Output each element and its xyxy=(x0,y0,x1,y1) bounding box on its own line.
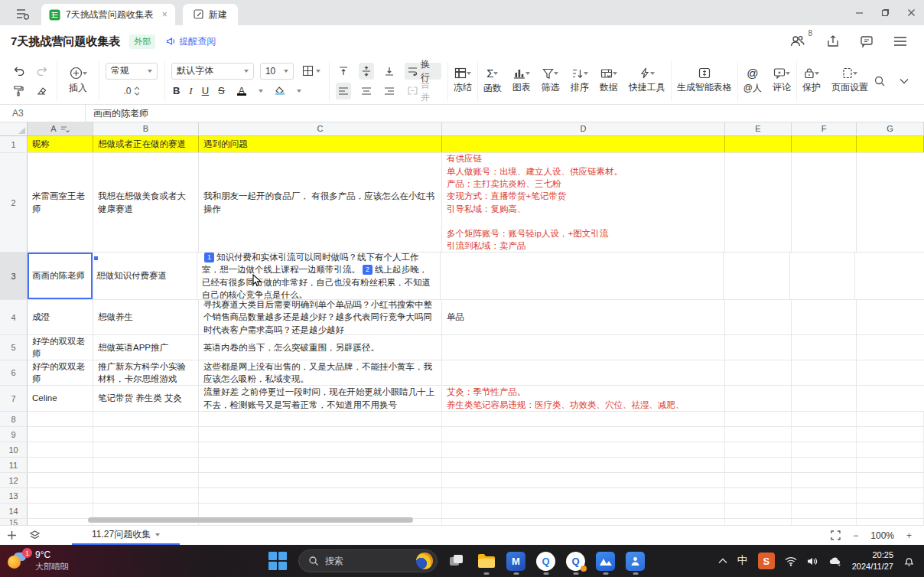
cell[interactable] xyxy=(199,504,442,518)
share-icon[interactable] xyxy=(826,34,840,48)
cell[interactable] xyxy=(93,458,199,472)
cell[interactable] xyxy=(857,386,924,411)
column-header-A[interactable]: A xyxy=(28,122,93,135)
halign-left-button[interactable] xyxy=(336,83,351,99)
cell[interactable] xyxy=(93,504,199,518)
font-color-button[interactable]: A xyxy=(234,83,249,99)
cell-B3[interactable]: 想做知识付费赛道 xyxy=(92,253,197,299)
cell-G1[interactable] xyxy=(857,136,924,152)
column-header-C[interactable]: C xyxy=(199,122,442,135)
cell-F1[interactable] xyxy=(792,136,857,152)
cell[interactable] xyxy=(93,412,199,426)
cell[interactable] xyxy=(855,253,924,299)
cell-D2[interactable]: 有供应链 单人做账号：出境、建立人设、供应链素材。 产品：主打卖抗炎粉、三七粉 … xyxy=(442,153,725,252)
strikethrough-button[interactable]: S xyxy=(218,85,225,96)
cell[interactable] xyxy=(442,412,725,426)
fill-color-button[interactable] xyxy=(272,83,288,99)
selection-handle[interactable] xyxy=(93,256,99,261)
wrap-text-button[interactable]: 换行 xyxy=(405,63,441,80)
taskbar-app-qq[interactable]: Q xyxy=(566,552,585,571)
notification-bell-icon[interactable] xyxy=(903,556,915,567)
close-window-button[interactable] xyxy=(898,0,924,25)
zoom-in-button[interactable]: + xyxy=(906,530,912,541)
row-header[interactable]: 8 xyxy=(0,412,28,426)
add-sheet-button[interactable] xyxy=(0,530,23,540)
zoom-out-button[interactable]: − xyxy=(853,530,858,541)
cell[interactable] xyxy=(792,519,857,525)
search-icon[interactable] xyxy=(874,75,886,87)
bold-button[interactable]: B xyxy=(173,85,180,96)
protect-button[interactable]: 保护 xyxy=(796,61,826,101)
cell[interactable] xyxy=(792,427,857,442)
column-header-B[interactable]: B xyxy=(93,122,199,135)
decimal-stepper[interactable] xyxy=(134,86,140,96)
comment-panel-icon[interactable] xyxy=(860,34,874,48)
cell-E1[interactable] xyxy=(725,136,792,152)
row-header[interactable]: 9 xyxy=(0,427,28,442)
cell[interactable] xyxy=(790,253,855,299)
cell[interactable] xyxy=(93,442,199,457)
cell[interactable] xyxy=(442,488,725,503)
horizontal-scrollbar[interactable] xyxy=(88,517,413,523)
eraser-icon[interactable] xyxy=(33,83,49,99)
cell[interactable] xyxy=(725,300,792,334)
row-header[interactable]: 6 xyxy=(0,360,28,385)
cell[interactable] xyxy=(442,519,725,525)
cell[interactable] xyxy=(199,488,442,503)
cell[interactable] xyxy=(725,412,792,426)
row-header[interactable]: 1 xyxy=(0,136,28,152)
functions-button[interactable]: Σ 函数 xyxy=(477,61,507,101)
valign-middle-button[interactable] xyxy=(359,63,374,80)
cell[interactable] xyxy=(199,473,442,487)
cell[interactable] xyxy=(857,153,924,252)
freeze-button[interactable]: 冻结 xyxy=(448,61,477,101)
insert-button[interactable]: 插入 xyxy=(63,61,93,101)
cell-A2[interactable]: 米雷画室王老师 xyxy=(28,153,93,252)
cell-C2[interactable]: 我和朋友一起开的食品厂， 有很多产品，应该怎么在小红书操作 xyxy=(199,153,442,252)
active-sheet-tab[interactable]: 11.27问题收集 xyxy=(72,526,180,545)
cell[interactable] xyxy=(857,458,924,472)
sort-button[interactable]: 排序 xyxy=(565,61,594,101)
cell[interactable] xyxy=(442,473,725,487)
cell[interactable] xyxy=(28,442,93,457)
cell-A1[interactable]: 昵称 xyxy=(28,136,93,152)
cell[interactable] xyxy=(441,253,724,299)
name-box[interactable]: A3 xyxy=(0,105,86,122)
cell[interactable] xyxy=(28,427,93,442)
cell[interactable] xyxy=(725,442,792,457)
cell[interactable] xyxy=(792,153,857,252)
row-header[interactable]: 7 xyxy=(0,386,28,411)
italic-button[interactable]: I xyxy=(189,85,192,97)
ime-indicator[interactable]: 中 xyxy=(737,554,748,568)
search-highlight-icon[interactable] xyxy=(416,553,433,569)
cell[interactable] xyxy=(792,360,857,385)
cell[interactable] xyxy=(792,335,857,360)
cell[interactable] xyxy=(725,360,792,385)
column-header-E[interactable]: E xyxy=(725,122,792,135)
cell-A4[interactable]: 成澄 xyxy=(28,300,93,334)
row-header[interactable]: 15 xyxy=(0,519,28,525)
sheet-list-icon[interactable] xyxy=(23,530,46,540)
halign-center-button[interactable] xyxy=(359,83,374,99)
number-format-dropdown[interactable]: 常规 xyxy=(106,63,158,80)
zoom-level[interactable]: 100% xyxy=(870,530,894,541)
cell[interactable] xyxy=(28,519,93,525)
cell[interactable] xyxy=(442,504,725,518)
taskbar-app-docs[interactable] xyxy=(626,552,645,571)
document-tab[interactable]: 7天挑战营问题收集表 × xyxy=(41,4,175,25)
volume-icon[interactable] xyxy=(807,556,818,566)
cell[interactable] xyxy=(792,473,857,487)
file-explorer-button[interactable] xyxy=(477,552,496,571)
start-button[interactable] xyxy=(268,551,288,571)
cell[interactable] xyxy=(724,253,790,299)
row-header[interactable]: 10 xyxy=(0,442,28,457)
maximize-button[interactable] xyxy=(872,0,898,25)
cell[interactable] xyxy=(857,473,924,487)
cell[interactable] xyxy=(857,427,924,442)
halign-right-button[interactable] xyxy=(382,83,397,99)
cell-C3[interactable]: 1知识付费和实体引流可以同时做吗？线下有个人工作室，想一边做个线上课程一边顺带引… xyxy=(197,253,441,299)
minimize-button[interactable] xyxy=(846,0,872,25)
cell-C1[interactable]: 遇到的问题 xyxy=(199,136,442,152)
decimal-places[interactable]: .0 xyxy=(123,86,131,96)
cell[interactable] xyxy=(857,335,924,360)
